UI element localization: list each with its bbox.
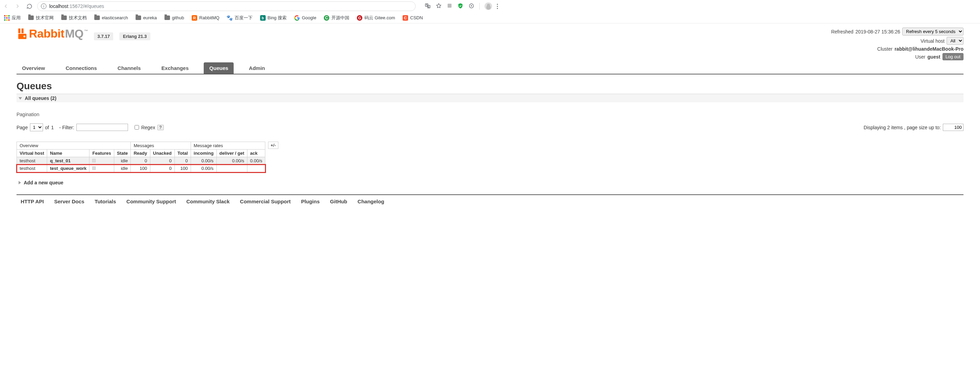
of-word: of	[45, 125, 49, 130]
bookmark-item[interactable]: Google	[294, 15, 316, 21]
tab-queues[interactable]: Queues	[204, 62, 234, 74]
bookmark-label: eureka	[143, 15, 157, 20]
filter-input[interactable]	[76, 124, 128, 131]
brand-tm: ™	[84, 27, 88, 33]
all-queues-section[interactable]: All queues (2)	[16, 94, 964, 103]
extension-icon[interactable]	[447, 3, 452, 10]
column-header[interactable]: State	[114, 150, 131, 157]
target-icon[interactable]	[468, 3, 474, 10]
browser-menu-icon[interactable]	[497, 4, 498, 9]
column-header[interactable]: Features	[89, 150, 114, 157]
column-header[interactable]: Ready	[131, 150, 150, 157]
cell-ack	[247, 165, 265, 172]
bookmark-item[interactable]: elasticsearch	[94, 15, 128, 20]
brand-text-b: MQ	[65, 27, 84, 40]
vhost-select[interactable]: All	[947, 37, 964, 45]
bookmark-item[interactable]: bBing 搜索	[260, 15, 287, 21]
cell-incoming: 0.00/s	[191, 165, 216, 172]
profile-avatar[interactable]	[485, 2, 492, 10]
column-header[interactable]: Name	[47, 150, 89, 157]
svg-rect-5	[18, 28, 20, 33]
footer-link[interactable]: HTTP API	[21, 198, 44, 204]
column-group: Message rates	[191, 142, 265, 150]
bookmark-item[interactable]: github	[164, 15, 184, 20]
footer-link[interactable]: Community Slack	[186, 198, 229, 204]
table-row[interactable]: testhosttest_queue_workidle10001000.00/s	[17, 165, 265, 172]
bookmark-item[interactable]: 技术官网	[28, 15, 54, 21]
bookmark-item[interactable]: CCSDN	[402, 15, 423, 21]
column-header[interactable]: Total	[175, 150, 191, 157]
address-bar[interactable]: i localhost:15672/#/queues	[37, 2, 416, 11]
cell-state: idle	[114, 165, 131, 172]
bookmark-item[interactable]: RRabbitMQ	[192, 15, 220, 21]
bookmark-label: Bing 搜索	[268, 15, 287, 21]
cell-vhost: testhost	[17, 165, 47, 172]
header-right: Refreshed 2019-08-27 15:36:26 Refresh ev…	[831, 27, 964, 60]
cell-state: idle	[114, 157, 131, 165]
site-info-icon[interactable]: i	[41, 3, 46, 9]
footer-link[interactable]: Server Docs	[54, 198, 85, 204]
tab-channels[interactable]: Channels	[112, 62, 146, 74]
tab-admin[interactable]: Admin	[243, 62, 270, 74]
reload-button[interactable]	[25, 2, 33, 10]
columns-toggle-button[interactable]: +/-	[268, 142, 278, 149]
forward-button[interactable]	[14, 2, 21, 10]
regex-help-button[interactable]: ?	[157, 125, 164, 130]
page-select[interactable]: 1	[30, 123, 43, 131]
tab-overview[interactable]: Overview	[16, 62, 51, 74]
footer-link[interactable]: Commercial Support	[240, 198, 291, 204]
bing-icon: b	[260, 15, 266, 21]
refresh-interval-select[interactable]: Refresh every 5 seconds	[902, 27, 964, 35]
url-text: localhost:15672/#/queues	[49, 3, 104, 9]
cell-incoming: 0.00/s	[191, 157, 216, 165]
column-header[interactable]: deliver / get	[216, 150, 247, 157]
column-header[interactable]: Virtual host	[17, 150, 47, 157]
user-value: guest	[928, 54, 940, 60]
column-header[interactable]: incoming	[191, 150, 216, 157]
bookmark-item[interactable]: 技术文档	[61, 15, 87, 21]
shield-icon[interactable]	[457, 3, 463, 10]
feature-icon	[92, 159, 95, 162]
bookmark-item[interactable]: C开源中国	[324, 15, 349, 21]
footer-link[interactable]: GitHub	[330, 198, 347, 204]
footer-link[interactable]: Plugins	[301, 198, 320, 204]
browser-toolbar: i localhost:15672/#/queues	[0, 0, 980, 13]
add-queue-section[interactable]: Add a new queue	[16, 179, 964, 187]
translate-icon[interactable]	[425, 3, 431, 10]
column-header[interactable]: Unacked	[150, 150, 175, 157]
bookmark-label: CSDN	[410, 15, 423, 20]
bookmark-item[interactable]: 🐾百度一下	[227, 15, 253, 21]
bookmark-item[interactable]: eureka	[135, 15, 157, 20]
regex-checkbox[interactable]	[135, 125, 139, 129]
footer-link[interactable]: Tutorials	[95, 198, 116, 204]
back-button[interactable]	[2, 2, 10, 10]
bookmark-star-icon[interactable]	[436, 3, 442, 10]
tab-exchanges[interactable]: Exchanges	[156, 62, 194, 74]
bookmark-label: Google	[302, 15, 316, 20]
svg-point-4	[471, 5, 472, 6]
footer-links: HTTP APIServer DocsTutorialsCommunity Su…	[16, 194, 964, 204]
bookmark-label: 技术文档	[69, 15, 87, 21]
logout-button[interactable]: Log out	[942, 53, 964, 60]
rabbitmq-logo[interactable]: RabbitMQ™	[16, 27, 88, 40]
table-row[interactable]: testhostq_test_01idle0000.00/s0.00/s0.00…	[17, 157, 265, 165]
cluster-value: rabbit@lihuandeMacBook-Pro	[895, 46, 964, 52]
cell-features	[89, 165, 114, 172]
footer-link[interactable]: Changelog	[358, 198, 384, 204]
queue-link[interactable]: q_test_01	[50, 158, 70, 163]
column-header[interactable]: ack	[247, 150, 265, 157]
cell-ready: 100	[131, 165, 150, 172]
cell-name: test_queue_work	[47, 165, 89, 172]
bookmark-item[interactable]: G码云 Gitee.com	[357, 15, 395, 21]
bookmark-label: 技术官网	[36, 15, 54, 21]
page-size-input[interactable]	[943, 124, 964, 131]
cell-total: 100	[175, 165, 191, 172]
apps-shortcut[interactable]: 应用	[4, 15, 21, 21]
google-icon	[294, 15, 300, 21]
bookmark-label: 百度一下	[235, 15, 253, 21]
tab-connections[interactable]: Connections	[60, 62, 103, 74]
queue-link[interactable]: test_queue_work	[50, 166, 86, 171]
page-word: Page	[16, 125, 28, 130]
footer-link[interactable]: Community Support	[126, 198, 176, 204]
cell-deliver	[216, 165, 247, 172]
